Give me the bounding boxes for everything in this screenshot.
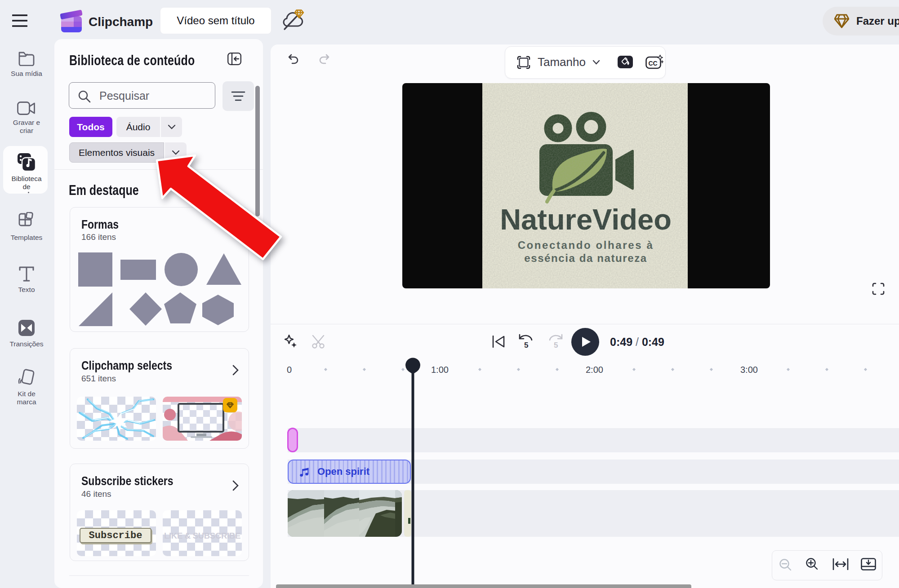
svg-text:5: 5 <box>524 341 528 349</box>
svg-text:5: 5 <box>554 341 558 349</box>
svg-text:CC: CC <box>649 60 658 67</box>
